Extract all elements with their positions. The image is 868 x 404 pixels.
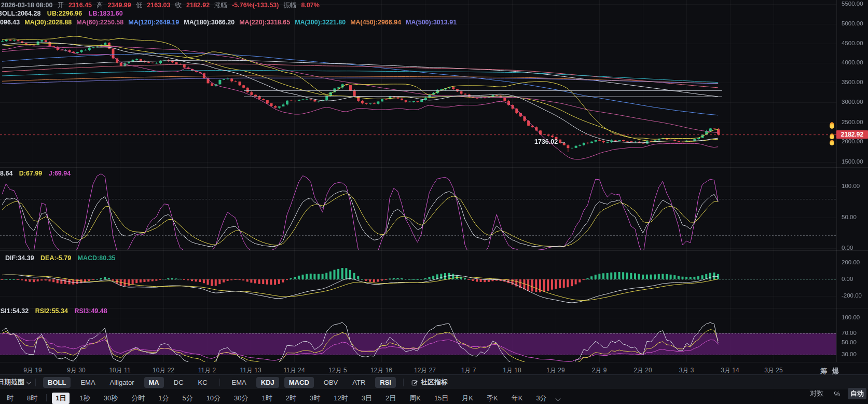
ohlc-field-value: -5.76%(-133.53) (232, 2, 279, 9)
ohlc-field-value: 2163.03 (147, 2, 170, 9)
community-indicators-label: 社区指标 (421, 378, 448, 387)
macd-axis-label: -200.00 (842, 292, 862, 299)
indicator-button-dc[interactable]: DC (169, 377, 188, 388)
timeframe-button-5分[interactable]: 5分 (178, 393, 196, 404)
ma-value: MA(180):3066.20 (184, 19, 235, 26)
timeframe-button-3分[interactable]: 3分 (532, 393, 550, 404)
indicator-button-alligator[interactable]: Alligator (105, 377, 139, 388)
timeframe-button-3日[interactable]: 3日 (358, 393, 376, 404)
date-range-button[interactable]: 日期范围 (0, 378, 31, 387)
timeframe-divider (46, 394, 47, 401)
timeframe-button-2时[interactable]: 2时 (282, 393, 300, 404)
kdj-axis-label: 100.00 (842, 183, 860, 189)
scale-option-percent[interactable]: % (831, 389, 843, 399)
indicator-button-kc[interactable]: KC (194, 377, 212, 388)
timeframe-button-分时[interactable]: 分时 (128, 393, 148, 404)
timeframe-button-12时[interactable]: 12时 (330, 393, 351, 404)
indicator-button-ema[interactable]: EMA (76, 377, 100, 388)
macd-header: DIF:34.39 DEA:-5.79 MACD:80.35 (5, 254, 120, 262)
price-axis-label: 4500.00 (842, 40, 863, 46)
rsi2-value: RSI2:55.34 (35, 307, 68, 315)
ohlc-field-label: 振幅 (283, 2, 296, 9)
time-axis-label: 12月 5 (320, 366, 356, 375)
rsi-axis-label: 100.00 (842, 314, 860, 320)
timeframe-button-15日[interactable]: 15日 (431, 393, 452, 404)
time-axis-label: 1月 7 (450, 366, 487, 375)
indicator-button-ema[interactable]: EMA (227, 377, 251, 388)
toolbar-divider (219, 379, 220, 386)
time-axis-label: 9月 19 (15, 366, 51, 375)
timeframe-button-1秒[interactable]: 1秒 (76, 393, 93, 404)
indicator-button-obv[interactable]: OBV (319, 377, 342, 388)
time-axis-label: 12月 16 (363, 366, 399, 375)
indicator-button-atr[interactable]: ATR (348, 377, 370, 388)
bar-datetime: 2026-03-18 08:00 (1, 2, 52, 9)
boll-header: BOLL:2064.28 UB:2296.96 LB:1831.60 (0, 10, 128, 17)
toolbar-divider (403, 379, 404, 386)
timeframe-button-10分[interactable]: 10分 (203, 393, 224, 404)
time-axis-label: 9月 30 (58, 366, 94, 375)
ma-value: MA(300):3221.80 (295, 19, 346, 26)
indicator-button-ma[interactable]: MA (144, 377, 164, 388)
ma-value: MA(450):2966.94 (350, 19, 401, 26)
ohlc-field-label: 低 (136, 2, 143, 9)
ohlc-header: 2026-03-18 08:00开2316.45高2349.99低2163.03… (1, 1, 329, 10)
indicator-button-boll[interactable]: BOLL (43, 377, 71, 388)
ohlc-field-label: 涨幅 (214, 2, 227, 9)
timeframe-button-月K[interactable]: 月K (458, 393, 477, 404)
macd-dea-value: DEA:-5.79 (40, 254, 71, 262)
timeframe-button-1日[interactable]: 1日 (52, 393, 70, 404)
time-axis-label: 10月 22 (145, 366, 182, 375)
rsi-axis-label: 70.00 (842, 330, 857, 336)
ohlc-field-label: 开 (57, 2, 64, 9)
time-axis-label: 12月 27 (407, 366, 443, 375)
timeframe-button-季K[interactable]: 季K (483, 393, 502, 404)
timeframe-button-1分[interactable]: 1分 (155, 393, 172, 404)
time-axis-label: 3月 25 (755, 366, 792, 375)
time-axis-label: 3月 3 (668, 366, 705, 375)
sub-indicator-group: EMAKDJMACDOBVATRRSI (225, 377, 398, 388)
ma-value: 096.43 (0, 19, 20, 26)
last-price-tag: 2182.92 (836, 130, 868, 139)
ma-value: MA(220):3318.65 (239, 19, 290, 26)
kdj-axis-label: 0.00 (842, 245, 853, 251)
time-axis-label: 2月 9 (581, 366, 617, 375)
macd-axis-label: 200.00 (842, 259, 860, 265)
scale-option-对数[interactable]: 对数 (807, 388, 826, 399)
timeframe-button-8时[interactable]: 8时 (23, 393, 41, 404)
price-axis-label: 3000.00 (842, 99, 863, 105)
chart-canvas[interactable] (0, 0, 868, 363)
low-price-annotation: 1736.02 → (534, 138, 566, 145)
ohlc-field-label: 高 (97, 2, 103, 9)
timeframe-button-周K[interactable]: 周K (406, 393, 424, 404)
indicator-button-rsi[interactable]: RSI (375, 377, 396, 388)
timeframe-button-30秒[interactable]: 30秒 (100, 393, 121, 404)
community-indicators-button[interactable]: 社区指标 (411, 378, 448, 387)
ma-value: MA(30):2028.88 (24, 19, 72, 26)
timeframe-button-年K[interactable]: 年K (508, 393, 527, 404)
ma-value: MA(60):2250.58 (76, 19, 123, 26)
time-axis-label: 3月 14 (712, 366, 748, 375)
boll-lb-value: LB:1831.60 (89, 10, 123, 17)
edit-icon (411, 379, 418, 386)
price-axis-label: 5000.00 (842, 20, 863, 26)
ma-value: MA(500):3013.91 (406, 19, 457, 26)
indicator-button-kdj[interactable]: KDJ (256, 377, 279, 388)
timeframe-button-1时[interactable]: 1时 (258, 393, 276, 404)
kdj-header: 8.64 D:67.99 J:69.94 (0, 170, 75, 177)
timeframe-button-时[interactable]: 时 (3, 393, 17, 404)
macd-macd-value: MACD:80.35 (78, 254, 116, 262)
price-axis-label: 5500.00 (842, 1, 863, 7)
kdj-axis-label: 50.00 (842, 214, 857, 220)
scale-option-自动[interactable]: 自动 (848, 388, 866, 399)
indicator-button-macd[interactable]: MACD (284, 377, 314, 388)
flame-marker-icon (830, 140, 834, 145)
time-axis-label: 11月 13 (232, 366, 269, 375)
ohlc-field-value: 2316.45 (68, 2, 92, 9)
price-axis-label: 2000.00 (842, 138, 863, 144)
timeframe-button-2日[interactable]: 2日 (382, 393, 399, 404)
chevron-down-icon[interactable] (555, 396, 560, 401)
time-axis-label: 11月 2 (189, 366, 225, 375)
timeframe-button-3时[interactable]: 3时 (306, 393, 324, 404)
timeframe-button-30分[interactable]: 30分 (230, 393, 252, 404)
